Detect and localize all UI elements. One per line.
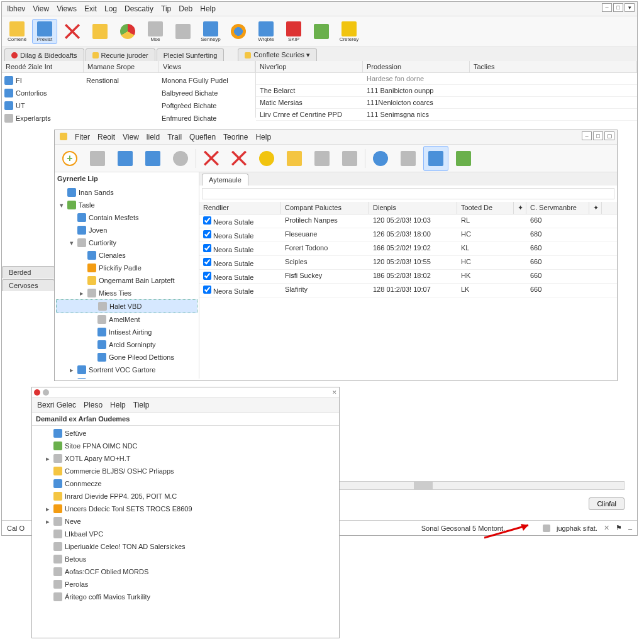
menu-item[interactable]: Tip xyxy=(161,4,171,13)
tree-root[interactable]: Gyrnerle Lip xyxy=(55,172,199,185)
tree-item[interactable]: Ongernamt Bain Larpteft xyxy=(56,274,197,287)
minimize-icon[interactable]: – xyxy=(582,131,592,140)
tb-print[interactable] xyxy=(309,146,335,171)
tree-item[interactable]: Experlarpts xyxy=(3,112,82,125)
tb-del1[interactable] xyxy=(199,146,224,171)
row-checkbox[interactable] xyxy=(203,216,211,225)
list-item[interactable]: Áritego coffi Mavios Turkility xyxy=(33,591,338,603)
menu-item[interactable]: Log xyxy=(104,4,117,13)
list-item[interactable]: LIkbael VPC xyxy=(33,528,338,540)
table-row[interactable]: Neora SutaleSciples120 05:2/03! 10:55HC6… xyxy=(199,256,617,270)
menu-item[interactable]: Descatiy xyxy=(125,4,153,13)
list-item[interactable]: ▸Neve xyxy=(33,515,338,528)
list-item[interactable]: Connmecze xyxy=(33,477,338,490)
tree-item[interactable]: Contain Mesfets xyxy=(56,211,197,224)
tree-item[interactable]: Contorlios xyxy=(3,87,82,99)
list-item[interactable]: Commercie BLJBS/ OSHC Prliapps xyxy=(33,465,338,477)
tb-db[interactable] xyxy=(113,146,138,171)
list-item[interactable]: Inrard Dievide FPP4. 205, POIT M.C xyxy=(33,490,338,502)
menu-item[interactable]: Help xyxy=(200,4,216,13)
tb-firefox[interactable] xyxy=(226,19,251,44)
tree-item[interactable]: ▸Miess Ties xyxy=(56,287,197,299)
menu-item[interactable]: Reoit xyxy=(97,133,115,142)
maximize-icon[interactable]: □ xyxy=(593,131,603,140)
maximize-icon[interactable]: □ xyxy=(613,3,623,12)
tb-skip[interactable]: SKIP xyxy=(281,19,306,44)
tab-pleciel[interactable]: Pleciel Sunferting xyxy=(157,48,225,61)
menu-item[interactable]: View xyxy=(33,4,49,13)
row-checkbox[interactable] xyxy=(203,258,211,266)
tb-close[interactable] xyxy=(60,19,85,44)
col-reode[interactable]: Reodé 2iale Int xyxy=(2,61,84,72)
col-tooted[interactable]: Tooted De xyxy=(457,202,514,214)
row-checkbox[interactable] xyxy=(203,230,211,238)
tb-fld[interactable] xyxy=(282,146,307,171)
filter-input[interactable] xyxy=(202,188,614,199)
tree-item[interactable]: Biclkeut Lingiontnig xyxy=(56,376,197,379)
menu-item[interactable]: Help xyxy=(255,133,271,142)
table-row[interactable]: Neora SutaleSlafirity128 01:2/03! 10:07L… xyxy=(199,284,617,297)
tb-del2[interactable] xyxy=(226,146,252,171)
tb-doc2[interactable] xyxy=(309,19,334,44)
tree-item[interactable]: ▾Curtiority xyxy=(56,236,197,249)
col-views[interactable]: Views xyxy=(159,61,255,72)
row-checkbox[interactable] xyxy=(203,286,211,294)
tree-item[interactable]: UT xyxy=(3,99,82,112)
list-item[interactable]: Betous xyxy=(33,553,338,565)
tree-item[interactable]: ▸Sortrent VOC Gartore xyxy=(56,364,197,376)
col-add1[interactable]: ✦ xyxy=(514,202,526,214)
tree-item[interactable]: Plickifiy Padle xyxy=(56,262,197,274)
close-icon[interactable]: ✕ xyxy=(332,389,337,396)
list-item[interactable]: ▸XOTL Apary MO+H.T xyxy=(33,452,338,465)
table-row[interactable]: Neora SutaleFisfi Suckey186 05:2/03! 18:… xyxy=(199,270,617,284)
menu-item[interactable]: Teorine xyxy=(223,133,248,142)
tree-item[interactable]: AmelMent xyxy=(56,313,197,326)
col-dienpis[interactable]: Dienpis xyxy=(369,202,457,214)
list-item[interactable]: Sitoe FPNA OIMC NDC xyxy=(33,440,338,452)
tree-item[interactable]: Joven xyxy=(56,224,197,236)
tb-x-blue[interactable] xyxy=(423,146,448,171)
menu-item[interactable]: Tielp xyxy=(133,401,150,409)
tab-dilag[interactable]: Dilag & Bidedoafts xyxy=(4,48,84,61)
tree-item[interactable]: Clenales xyxy=(56,249,197,262)
tb-recycle[interactable] xyxy=(451,146,476,171)
status-right[interactable]: jugphak sifat. xyxy=(557,525,597,532)
dropdown-icon[interactable]: ▾ xyxy=(625,3,635,12)
menu-item[interactable]: Bexri Gelec xyxy=(37,401,76,409)
minimize-icon[interactable]: – xyxy=(602,3,612,12)
table-row[interactable]: Neora SutaleForert Todono166 05:2/02! 19… xyxy=(199,242,617,256)
tree-item[interactable]: FI xyxy=(3,74,82,87)
col-rendlier[interactable]: Rendlier xyxy=(199,202,281,214)
tb-globe[interactable] xyxy=(368,146,393,171)
list-item[interactable]: Liperiualde Celeo! TON AD Salersickes xyxy=(33,540,338,553)
tree-item[interactable]: ▾Tasle xyxy=(56,199,197,211)
tab-recurie[interactable]: Recurie juroder xyxy=(86,48,155,61)
tree-item[interactable]: Intisest Airting xyxy=(56,326,197,338)
tree-item[interactable]: Inan Sands xyxy=(56,186,197,199)
menu-item[interactable]: Exit xyxy=(84,4,97,13)
col-add2[interactable]: ✦ xyxy=(589,202,602,214)
close-icon[interactable]: ✕ xyxy=(604,524,609,532)
col-prodession[interactable]: Prodession xyxy=(363,61,470,72)
menu-item[interactable]: Help xyxy=(110,401,126,409)
list-item[interactable]: Perolas xyxy=(33,578,338,591)
col-serv[interactable]: C. Servmanbre xyxy=(526,202,589,214)
col-mamane[interactable]: Mamane Srope xyxy=(84,61,159,72)
tb-senneyp[interactable]: Senneyp xyxy=(198,19,223,44)
tb-doc1[interactable] xyxy=(170,19,196,44)
tab-conflete[interactable]: Conflete Scuries ▾ xyxy=(238,48,317,61)
menu-item[interactable]: Deb xyxy=(179,4,192,13)
tree-item[interactable]: Gone Pileod Dettions xyxy=(56,351,197,364)
menu-item[interactable]: Queflen xyxy=(189,133,216,142)
tb-save[interactable] xyxy=(140,146,165,171)
menu-item[interactable]: View xyxy=(123,133,139,142)
tb-img[interactable] xyxy=(337,146,362,171)
tb-comene[interactable]: Comené xyxy=(4,19,30,44)
tree-item[interactable]: Halet VBD xyxy=(56,299,197,313)
minimize-icon[interactable]: – xyxy=(628,525,632,532)
tb-clock[interactable] xyxy=(168,146,193,171)
menu-item[interactable]: Fiter xyxy=(75,133,90,142)
tb-add[interactable]: + xyxy=(57,146,82,171)
menu-item[interactable]: Trail xyxy=(167,133,182,142)
row-checkbox[interactable] xyxy=(203,244,211,252)
